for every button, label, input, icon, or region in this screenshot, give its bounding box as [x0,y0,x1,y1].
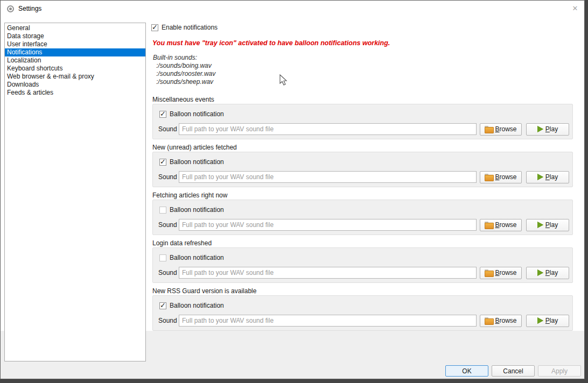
builtin-sound-path: :/sounds/sheep.wav [153,78,215,86]
browse-button[interactable]: Browse [480,123,522,136]
play-button[interactable]: Play [526,315,569,327]
tray-icon-warning: You must have "tray icon" activated to h… [152,39,390,47]
sidebar-item-label: Downloads [7,81,39,88]
check-icon: ✓ [160,110,166,118]
window-title: Settings [18,5,41,12]
enable-notifications-checkbox-box[interactable]: ✓ [151,24,158,31]
section-title: New (unread) articles fetched [152,144,573,152]
play-button[interactable]: Play [526,219,569,231]
section-groupbox: Balloon notification Sound Browse Play [152,247,573,283]
settings-category-list: GeneralData storageUser interfaceNotific… [4,23,146,361]
balloon-checkbox-box[interactable]: ✓ [159,302,166,309]
balloon-checkbox-box[interactable] [159,207,166,214]
browse-button[interactable]: Browse [480,315,522,327]
sound-path-input[interactable] [179,315,477,327]
play-button[interactable]: Play [526,171,569,183]
play-button-label: Play [545,269,558,276]
sidebar-item-data-storage[interactable]: Data storage [5,32,145,40]
sound-path-input[interactable] [179,171,477,183]
sidebar-item-label: Localization [7,56,41,64]
browse-button[interactable]: Browse [480,219,522,231]
sound-path-input[interactable] [179,123,477,135]
sidebar-item-notifications[interactable]: Notifications [5,48,145,56]
builtin-sounds-header: Built-in sounds: [153,54,215,62]
notification-section: New (unread) articles fetched ✓ Balloon … [152,144,573,191]
balloon-notification-checkbox[interactable]: Balloon notification [159,206,224,214]
folder-icon [485,317,493,324]
sound-path-input[interactable] [179,267,477,279]
sound-row: Sound Browse Play [158,171,570,183]
browse-button-label: Browse [495,125,516,133]
sound-row: Sound Browse Play [158,123,570,135]
notification-sections: Miscellaneous events ✓ Balloon notificat… [152,96,573,335]
folder-icon [485,126,493,132]
sound-row: Sound Browse Play [158,267,570,279]
section-groupbox: ✓ Balloon notification Sound Browse Play [152,295,573,331]
balloon-notification-label: Balloon notification [170,206,224,214]
folder-icon [485,222,493,228]
sidebar-item-keyboard-shortcuts[interactable]: Keyboard shortcuts [5,65,145,73]
sidebar-item-label: User interface [7,40,47,48]
browse-button-label: Browse [495,317,516,324]
sound-row: Sound Browse Play [158,219,570,231]
section-title: Login data refreshed [152,239,573,247]
sidebar-item-general[interactable]: General [5,24,145,32]
folder-icon [485,174,493,180]
balloon-notification-checkbox[interactable]: ✓ Balloon notification [159,158,224,166]
browse-button-label: Browse [495,269,516,276]
mouse-cursor [278,74,289,86]
play-button[interactable]: Play [526,267,569,279]
sidebar-item-feeds-articles[interactable]: Feeds & articles [5,89,145,97]
play-button[interactable]: Play [526,123,569,136]
sound-label: Sound [158,173,176,181]
browse-button[interactable]: Browse [480,171,522,183]
balloon-notification-checkbox[interactable]: ✓ Balloon notification [159,302,224,309]
close-icon[interactable]: ✕ [570,4,580,13]
sidebar-item-label: Keyboard shortcuts [7,65,62,72]
notification-section: Login data refreshed Balloon notificatio… [152,239,573,287]
play-icon [537,174,543,180]
section-title: New RSS Guard version is available [152,287,573,295]
sidebar-item-label: General [7,24,30,32]
section-groupbox: Balloon notification Sound Browse Play [152,200,573,235]
section-title: Miscellaneous events [152,96,573,104]
notifications-panel: ✓ Enable notifications You must have "tr… [146,17,584,331]
titlebar[interactable]: Settings ✕ [1,1,584,17]
balloon-notification-checkbox[interactable]: Balloon notification [159,254,224,261]
balloon-checkbox-box[interactable] [159,254,166,261]
builtin-sounds-block: Built-in sounds: :/sounds/boing.wav :/so… [153,54,215,86]
sidebar-item-localization[interactable]: Localization [5,56,145,65]
balloon-checkbox-box[interactable]: ✓ [159,111,166,118]
play-icon [537,126,543,132]
sound-path-input[interactable] [179,219,477,231]
sound-label: Sound [158,125,176,133]
balloon-notification-label: Balloon notification [170,158,224,166]
balloon-checkbox-box[interactable]: ✓ [159,159,166,166]
browse-button-label: Browse [495,173,516,181]
sidebar-item-user-interface[interactable]: User interface [5,40,145,48]
play-button-label: Play [545,221,558,229]
sound-label: Sound [158,269,176,276]
check-icon: ✓ [160,301,166,309]
section-title: Fetching articles right now [152,191,573,200]
play-button-label: Play [545,125,558,133]
enable-notifications-checkbox[interactable]: ✓ Enable notifications [151,24,218,31]
cancel-button[interactable]: Cancel [492,365,535,377]
ok-button[interactable]: OK [445,365,488,377]
folder-icon [485,269,493,276]
play-button-label: Play [545,317,558,324]
sidebar-item-downloads[interactable]: Downloads [5,81,145,89]
section-groupbox: ✓ Balloon notification Sound Browse Play [152,152,573,187]
sidebar-item-label: Data storage [7,32,44,40]
builtin-sound-path: :/sounds/rooster.wav [153,70,215,78]
balloon-notification-checkbox[interactable]: ✓ Balloon notification [159,110,224,118]
sound-row: Sound Browse Play [158,315,570,327]
balloon-notification-label: Balloon notification [170,254,224,261]
play-icon [537,317,543,324]
sidebar-item-label: Feeds & articles [7,89,53,96]
sidebar-item-label: Web browser & e-mail & proxy [7,73,94,80]
builtin-sound-path: :/sounds/boing.wav [153,62,215,70]
apply-button[interactable]: Apply [538,365,581,377]
sidebar-item-web-browser-e-mail-proxy[interactable]: Web browser & e-mail & proxy [5,73,145,81]
browse-button[interactable]: Browse [480,267,522,279]
